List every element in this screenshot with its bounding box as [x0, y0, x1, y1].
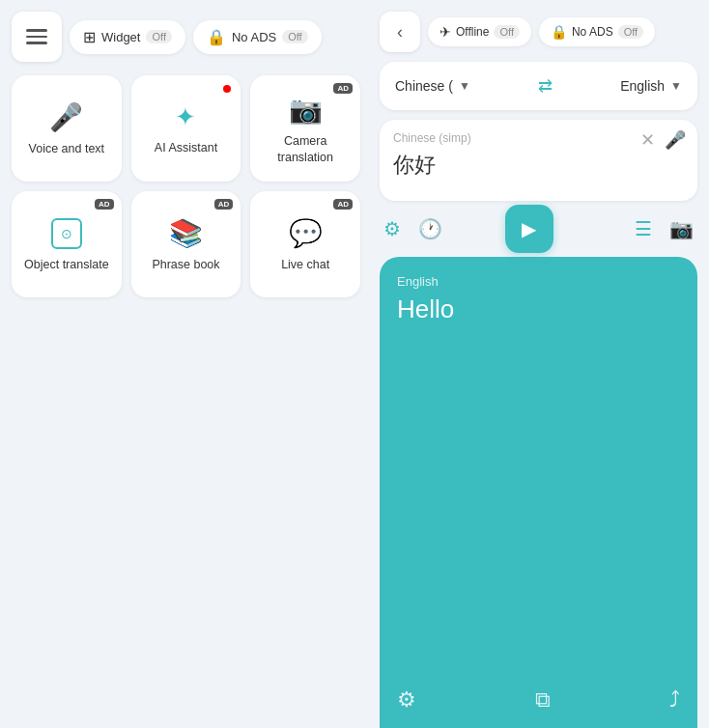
target-chevron-icon: ▼ [670, 79, 682, 93]
history-icon-button[interactable]: 🕐 [418, 217, 442, 240]
bottom-toolbar: ⚙ 🕐 ▶ ☰ 📷 [380, 201, 697, 257]
widget-icon: ⊞ [83, 28, 96, 46]
camera-translation-label: Camera translation [260, 133, 351, 165]
camera-mode-button[interactable]: 📷 [669, 217, 694, 240]
object-translate-icon: ⊙ [51, 218, 82, 249]
swap-languages-button[interactable]: ⇄ [538, 75, 553, 97]
left-toolbar-icons: ⚙ 🕐 [383, 217, 442, 240]
live-chat-label: Live chat [281, 257, 329, 272]
translate-button[interactable]: ▶ [505, 205, 553, 253]
offline-status: Off [494, 25, 519, 39]
ai-assistant-label: AI Assistant [155, 140, 217, 155]
right-ads-status: Off [618, 25, 643, 39]
left-panel: ⊞ Widget Off 🔒 No ADS Off 🎤 Voice and te… [0, 0, 372, 728]
right-panel: ‹ ✈ Offline Off 🔒 No ADS Off Chinese ( ▼… [372, 0, 709, 728]
ads-label: No ADS [232, 30, 276, 44]
output-bottom-bar: ⚙ ⧉ ⤴ [397, 674, 680, 728]
left-top-bar: ⊞ Widget Off 🔒 No ADS Off [12, 12, 360, 62]
ads-pill[interactable]: 🔒 No ADS Off [193, 20, 322, 54]
offline-label: Offline [456, 25, 489, 39]
output-settings-button[interactable]: ⚙ [397, 687, 416, 713]
widget-label: Widget [101, 30, 140, 44]
language-selector: Chinese ( ▼ ⇄ English ▼ [380, 62, 697, 110]
source-language-label: Chinese ( [395, 78, 453, 94]
grid-item-voice-text[interactable]: 🎤 Voice and text [12, 75, 122, 182]
hamburger-icon [26, 29, 47, 44]
input-area: Chinese (simp) 你好 ✕ 🎤 [380, 120, 697, 201]
text-mode-button[interactable]: ☰ [635, 217, 652, 240]
grid-item-phrase-book[interactable]: AD 📚 Phrase book [131, 191, 241, 297]
input-action-buttons: ✕ 🎤 [640, 129, 686, 151]
ai-assistant-icon: ✦ [175, 102, 196, 132]
output-area: English Hello ⚙ ⧉ ⤴ [380, 257, 697, 728]
object-ad-badge: AD [95, 199, 114, 210]
widget-status: Off [146, 30, 171, 43]
grid-item-camera-translation[interactable]: AD 📷 Camera translation [250, 75, 360, 182]
right-ads-icon: 🔒 [551, 24, 567, 40]
camera-translation-icon: 📷 [289, 94, 323, 126]
translate-arrow-icon: ▶ [522, 217, 536, 240]
source-language-button[interactable]: Chinese ( ▼ [395, 78, 470, 94]
object-translate-label: Object translate [24, 257, 109, 272]
grid-item-object-translate[interactable]: AD ⊙ Object translate [12, 191, 122, 297]
grid-item-ai-assistant[interactable]: ✦ AI Assistant [131, 75, 241, 182]
input-text[interactable]: 你好 [393, 151, 684, 189]
voice-text-icon: 🎤 [49, 101, 83, 133]
clear-input-button[interactable]: ✕ [640, 129, 655, 151]
phrase-book-label: Phrase book [152, 257, 219, 272]
output-text: Hello [397, 294, 680, 324]
output-share-button[interactable]: ⤴ [669, 687, 680, 713]
phrase-book-icon: 📚 [169, 217, 203, 249]
translate-area: Chinese (simp) 你好 ✕ 🎤 ⚙ 🕐 ▶ ☰ 📷 English [380, 120, 697, 728]
output-lang-label: English [397, 274, 680, 289]
widget-pill[interactable]: ⊞ Widget Off [70, 20, 185, 54]
microphone-input-button[interactable]: 🎤 [665, 129, 686, 151]
airplane-icon: ✈ [440, 24, 451, 40]
ads-icon: 🔒 [207, 28, 226, 46]
grid-item-live-chat[interactable]: AD 💬 Live chat [250, 191, 360, 297]
phrase-ad-badge: AD [214, 199, 234, 210]
right-ads-label: No ADS [572, 25, 613, 39]
target-language-label: English [620, 78, 665, 94]
camera-ad-badge: AD [333, 83, 353, 94]
settings-icon-button[interactable]: ⚙ [383, 217, 401, 240]
ads-status: Off [282, 30, 307, 43]
output-copy-button[interactable]: ⧉ [535, 687, 551, 713]
back-button[interactable]: ‹ [380, 12, 420, 52]
features-grid: 🎤 Voice and text ✦ AI Assistant AD 📷 Cam… [12, 75, 360, 297]
livechat-ad-badge: AD [333, 199, 353, 210]
target-language-button[interactable]: English ▼ [620, 78, 682, 94]
right-toolbar-icons: ☰ 📷 [635, 217, 694, 240]
source-chevron-icon: ▼ [459, 79, 470, 93]
red-dot-badge [223, 85, 231, 93]
live-chat-icon: 💬 [289, 217, 323, 249]
right-ads-pill[interactable]: 🔒 No ADS Off [539, 17, 655, 46]
offline-pill[interactable]: ✈ Offline Off [428, 17, 531, 46]
right-top-bar: ‹ ✈ Offline Off 🔒 No ADS Off [380, 12, 697, 52]
voice-text-label: Voice and text [29, 141, 105, 156]
menu-button[interactable] [12, 12, 62, 62]
